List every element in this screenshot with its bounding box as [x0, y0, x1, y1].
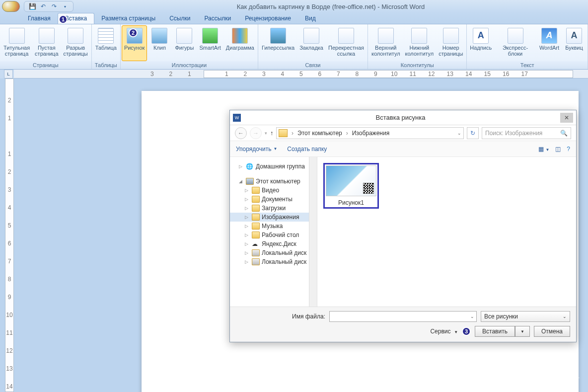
- smartart-button[interactable]: SmartArt: [197, 25, 223, 61]
- tab-layout[interactable]: Разметка страницы: [94, 13, 162, 24]
- tree-music[interactable]: ▷Музыка: [230, 222, 317, 231]
- insert-button[interactable]: Вставить: [475, 326, 515, 337]
- tree-downloads[interactable]: ▷Загрузки: [230, 204, 317, 213]
- save-icon[interactable]: 💾: [28, 2, 36, 10]
- footer-button[interactable]: Нижний колонтитул: [403, 25, 437, 61]
- chevron-down-icon: ▼: [454, 330, 458, 334]
- tree-pictures[interactable]: ▷Изображения: [230, 213, 317, 222]
- page-break-button[interactable]: Разрыв страницы: [61, 25, 90, 61]
- group-pages: Титульная страница Пустая страница Разры…: [0, 24, 92, 69]
- refresh-button[interactable]: ↻: [467, 127, 479, 139]
- group-header-footer: Верхний колонтитул Нижний колонтитул Ном…: [368, 24, 467, 69]
- breadcrumb-root[interactable]: Этот компьютер: [297, 130, 342, 137]
- ribbon-tabs: Главная Вставка Разметка страницы Ссылки…: [0, 13, 588, 24]
- service-button[interactable]: Сервис ▼: [430, 328, 458, 335]
- tab-references[interactable]: Ссылки: [162, 13, 197, 24]
- ruler-vertical[interactable]: 21123456789101112131415: [5, 78, 14, 392]
- forward-button[interactable]: →: [250, 127, 262, 139]
- dialog-body: ▷🌐Домашняя группа ◢Этот компьютер ▷Видео…: [230, 157, 576, 307]
- preview-pane-icon[interactable]: ◫: [555, 146, 561, 153]
- file-item-selected[interactable]: Рисунок1: [323, 163, 379, 209]
- search-input[interactable]: Поиск: Изображения 🔍: [482, 127, 571, 139]
- insert-picture-dialog: W Вставка рисунка ✕ ← → ▾ ↑ › Этот компь…: [229, 110, 577, 342]
- file-name: Рисунок1: [338, 199, 364, 206]
- tree-documents[interactable]: ▷Документы: [230, 195, 317, 204]
- file-thumbnail: [326, 165, 376, 196]
- group-label-pages: Страницы: [0, 61, 91, 69]
- undo-icon[interactable]: ↶: [39, 2, 47, 10]
- table-button[interactable]: Таблица: [93, 25, 119, 61]
- filename-input[interactable]: ⌄: [329, 311, 477, 322]
- tree-localdisk2[interactable]: ▷Локальный диск: [230, 257, 317, 266]
- filetype-select[interactable]: Все рисунки⌄: [481, 311, 570, 322]
- word-icon: W: [233, 114, 241, 122]
- crossref-button[interactable]: Перекрестная ссылка: [326, 25, 367, 61]
- quickparts-button[interactable]: Экспресс-блоки: [494, 25, 537, 61]
- chevron-down-icon: ▼: [520, 329, 524, 334]
- callout-2: 2: [129, 28, 138, 37]
- address-bar[interactable]: › Этот компьютер › Изображения ⌄: [276, 127, 464, 139]
- chevron-right-icon[interactable]: ›: [344, 130, 350, 137]
- wordart-button[interactable]: AWordArt: [537, 25, 562, 61]
- file-list[interactable]: Рисунок1: [317, 157, 576, 307]
- bookmark-button[interactable]: Закладка: [297, 25, 326, 61]
- chevron-right-icon[interactable]: ›: [290, 130, 295, 137]
- tree-localdisk1[interactable]: ▷Локальный диск: [230, 248, 317, 257]
- window-title: Как добавить картинку в Ворде (free-offi…: [74, 3, 588, 10]
- clip-button[interactable]: Клип: [147, 25, 172, 61]
- folder-icon: [279, 129, 288, 137]
- breadcrumb-folder[interactable]: Изображения: [352, 130, 389, 137]
- quick-access-toolbar: 💾 ↶ ↷ ▾: [24, 1, 74, 12]
- chevron-down-icon[interactable]: ⌄: [470, 314, 474, 319]
- office-button[interactable]: [2, 1, 20, 12]
- tree-scrollbar[interactable]: [309, 157, 317, 307]
- group-label-tables: Таблицы: [92, 61, 120, 69]
- group-label-header-footer: Колонтитулы: [368, 61, 466, 69]
- folder-tree: ▷🌐Домашняя группа ◢Этот компьютер ▷Видео…: [230, 157, 317, 307]
- group-label-illustrations: Иллюстрации: [121, 61, 258, 69]
- header-button[interactable]: Верхний колонтитул: [369, 25, 403, 61]
- view-options-icon[interactable]: ▦ ▼: [538, 146, 549, 153]
- back-button[interactable]: ←: [235, 127, 247, 139]
- title-page-button[interactable]: Титульная страница: [1, 25, 32, 61]
- close-icon[interactable]: ✕: [560, 113, 573, 123]
- help-icon[interactable]: ?: [567, 146, 570, 153]
- tree-videos[interactable]: ▷Видео: [230, 186, 317, 195]
- tree-this-pc[interactable]: ◢Этот компьютер: [230, 177, 317, 186]
- group-label-text: Текст: [467, 61, 588, 69]
- dropcap-button[interactable]: AБуквиц: [562, 25, 587, 61]
- ribbon: Титульная страница Пустая страница Разры…: [0, 24, 588, 70]
- dialog-footer: Имя файла: ⌄ Все рисунки⌄ Сервис ▼ 3 Вст…: [230, 307, 576, 342]
- page-number-button[interactable]: Номер страницы: [436, 25, 465, 61]
- ruler-corner[interactable]: L: [4, 70, 13, 78]
- qat-dropdown-icon[interactable]: ▾: [61, 2, 69, 10]
- up-button[interactable]: ↑: [270, 130, 273, 137]
- address-dropdown-icon[interactable]: ⌄: [457, 131, 461, 136]
- tab-view[interactable]: Вид: [298, 13, 323, 24]
- cancel-button[interactable]: Отмена: [534, 326, 570, 337]
- callout-3: 3: [462, 327, 471, 336]
- tree-desktop[interactable]: ▷Рабочий стол: [230, 231, 317, 239]
- watermark: FREE-OFFICE.NET: [504, 374, 580, 386]
- titlebar: 💾 ↶ ↷ ▾ Как добавить картинку в Ворде (f…: [0, 0, 588, 13]
- shapes-button[interactable]: Фигуры: [172, 25, 197, 61]
- tab-home[interactable]: Главная: [21, 13, 58, 24]
- ruler-horizontal[interactable]: 3211234567891011121314151617: [14, 70, 588, 78]
- tree-homegroup[interactable]: ▷🌐Домашняя группа: [230, 162, 317, 171]
- nav-dropdown-icon[interactable]: ▾: [265, 131, 267, 136]
- tab-mailings[interactable]: Рассылки: [197, 13, 238, 24]
- tree-yadisk[interactable]: ▷☁Яндекс.Диск: [230, 239, 317, 248]
- group-text: AНадпись Экспресс-блоки AWordArt AБуквиц…: [467, 24, 588, 69]
- chevron-down-icon: ⌄: [563, 314, 567, 319]
- redo-icon[interactable]: ↷: [50, 2, 58, 10]
- blank-page-button[interactable]: Пустая страница: [32, 25, 61, 61]
- hyperlink-button[interactable]: Гиперссылка: [259, 25, 297, 61]
- dialog-titlebar[interactable]: W Вставка рисунка ✕: [230, 110, 576, 125]
- insert-dropdown-button[interactable]: ▼: [515, 326, 530, 337]
- textbox-button[interactable]: AНадпись: [468, 25, 494, 61]
- search-icon: 🔍: [560, 130, 568, 137]
- new-folder-button[interactable]: Создать папку: [287, 146, 327, 153]
- chart-button[interactable]: Диаграмма: [223, 25, 257, 61]
- tab-review[interactable]: Рецензирование: [238, 13, 298, 24]
- organize-button[interactable]: Упорядочить ▼: [236, 146, 277, 153]
